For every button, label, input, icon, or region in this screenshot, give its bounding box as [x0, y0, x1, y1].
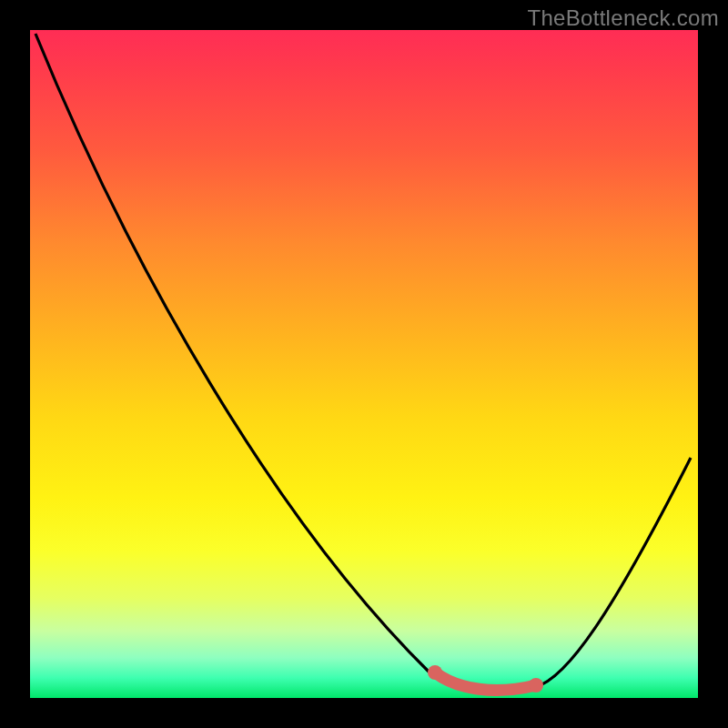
- bottleneck-curve: [30, 30, 698, 698]
- optimal-zone-end-dot: [529, 678, 543, 693]
- optimal-zone-start-dot: [428, 665, 442, 680]
- chart-container: TheBottleneck.com: [0, 0, 728, 728]
- optimal-zone-highlight: [435, 672, 536, 690]
- watermark-label: TheBottleneck.com: [527, 5, 719, 31]
- response-curve: [35, 34, 691, 692]
